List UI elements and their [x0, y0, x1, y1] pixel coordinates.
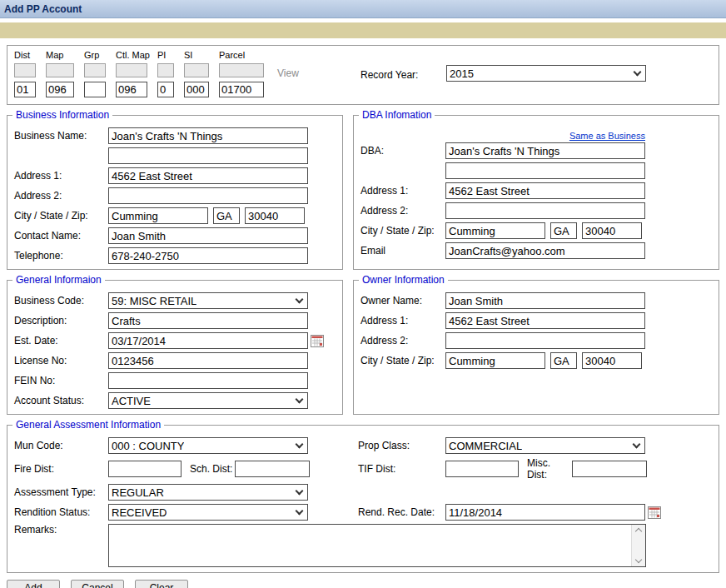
record-year-label: Record Year: — [361, 69, 418, 81]
owner-name-input[interactable] — [445, 292, 645, 309]
si-label: SI — [184, 50, 209, 61]
dist-input[interactable] — [14, 82, 36, 97]
dba-state-input[interactable] — [550, 222, 577, 239]
owner-address1-label: Address 1: — [361, 315, 445, 326]
ctl-map-input[interactable] — [116, 82, 147, 97]
grp-input[interactable] — [84, 82, 106, 97]
rend-rec-date-input[interactable] — [445, 504, 645, 521]
scroll-up-icon[interactable] — [635, 528, 642, 535]
tif-dist-label: TIF Dist: — [358, 463, 445, 475]
fein-no-input[interactable] — [108, 372, 308, 389]
owner-address1-input[interactable] — [445, 312, 645, 329]
calendar-icon[interactable] — [648, 506, 661, 519]
business-name-input[interactable] — [108, 127, 308, 144]
description-label: Description: — [14, 315, 108, 326]
remarks-scrollbar[interactable] — [631, 525, 645, 566]
business-address1-input[interactable] — [108, 167, 308, 184]
parcel-input[interactable] — [219, 82, 264, 97]
parcel-display-field — [219, 63, 264, 77]
owner-address2-input[interactable] — [445, 332, 645, 349]
dba-address2-label: Address 2: — [361, 205, 445, 217]
dba-address1-label: Address 1: — [361, 185, 445, 197]
si-input[interactable] — [184, 82, 209, 97]
business-info-title: Business Information — [12, 109, 112, 121]
general-info-title: General Informaion — [12, 274, 105, 286]
business-state-input[interactable] — [213, 207, 240, 224]
map-input[interactable] — [46, 82, 74, 97]
fire-dist-label: Fire Dist: — [14, 463, 108, 475]
view-link[interactable]: View — [277, 67, 299, 79]
remarks-text[interactable] — [109, 525, 631, 566]
map-label: Map — [46, 50, 74, 61]
business-code-select[interactable]: 59: MISC RETAIL — [108, 292, 308, 309]
dba-zip-input[interactable] — [582, 222, 642, 239]
dba-csz-label: City / State / Zip: — [361, 225, 445, 237]
add-button[interactable]: Add — [7, 580, 60, 588]
parcel-col-dist: Dist — [14, 50, 36, 97]
fein-no-label: FEIN No: — [14, 375, 108, 386]
form-content: Dist Map Grp Ctl. Map PI — [0, 38, 726, 588]
chevron-down-icon — [633, 440, 641, 448]
email-input[interactable] — [445, 242, 645, 259]
dba-input[interactable] — [445, 142, 645, 159]
owner-state-input[interactable] — [550, 352, 577, 369]
mun-code-select[interactable]: 000 : COUNTY — [108, 437, 308, 454]
parcel-col-map: Map — [46, 50, 74, 97]
telephone-input[interactable] — [108, 247, 308, 264]
page-title: Add PP Account — [4, 3, 82, 15]
account-status-select[interactable]: ACTIVE — [108, 392, 308, 409]
dba-address1-input[interactable] — [445, 182, 645, 199]
cancel-button[interactable]: Cancel — [71, 580, 124, 588]
same-as-business-link[interactable]: Same as Business — [569, 131, 645, 141]
rend-rec-date-label: Rend. Rec. Date: — [358, 506, 445, 518]
contact-name-input[interactable] — [108, 227, 308, 244]
rendition-status-select[interactable]: RECEIVED — [108, 504, 308, 521]
rendition-status-label: Rendition Status: — [14, 506, 108, 518]
map-display-field — [46, 63, 74, 77]
assessment-type-select[interactable]: REGULAR — [108, 484, 308, 501]
parcel-columns: Dist Map Grp Ctl. Map PI — [14, 50, 274, 97]
sch-dist-input[interactable] — [235, 461, 310, 477]
business-address2-input[interactable] — [108, 187, 308, 204]
fire-dist-input[interactable] — [108, 461, 182, 477]
business-address2-label: Address 2: — [14, 190, 108, 202]
scroll-down-icon[interactable] — [635, 556, 642, 563]
dba2-input[interactable] — [445, 162, 645, 179]
dba-city-input[interactable] — [445, 222, 545, 239]
misc-dist-input[interactable] — [572, 461, 647, 477]
est-date-input[interactable] — [108, 332, 308, 349]
business-name2-input[interactable] — [108, 147, 308, 164]
email-label: Email — [361, 245, 445, 257]
prop-class-select[interactable]: COMMERCIAL — [445, 437, 645, 454]
chevron-down-icon — [296, 486, 304, 495]
parcel-label: Parcel — [219, 50, 264, 61]
owner-zip-input[interactable] — [582, 352, 642, 369]
dist-display-field — [14, 63, 36, 77]
account-status-label: Account Status: — [14, 395, 108, 406]
license-no-input[interactable] — [108, 352, 308, 369]
business-code-value: 59: MISC RETAIL — [112, 295, 196, 307]
pi-input[interactable] — [157, 82, 174, 97]
si-display-field — [184, 63, 209, 77]
description-input[interactable] — [108, 312, 308, 329]
remarks-textarea[interactable] — [108, 524, 646, 567]
parcel-col-si: SI — [184, 50, 209, 97]
business-zip-input[interactable] — [245, 207, 305, 224]
record-year-select[interactable]: 2015 — [446, 65, 646, 82]
calendar-icon[interactable] — [311, 335, 324, 347]
clear-button[interactable]: Clear — [135, 580, 188, 588]
parcel-col-parcel: Parcel — [219, 50, 264, 97]
parcel-col-pi: PI — [157, 50, 174, 97]
grp-label: Grp — [84, 50, 106, 61]
business-city-input[interactable] — [108, 207, 208, 224]
general-info-section: General Informaion Business Code: 59: MI… — [7, 280, 343, 415]
business-name-label: Business Name: — [14, 130, 108, 142]
prop-class-value: COMMERCIAL — [449, 440, 522, 452]
owner-info-section: Owner Information Owner Name: Address 1:… — [353, 280, 719, 415]
owner-info-title: Owner Information — [359, 274, 448, 286]
tif-dist-input[interactable] — [445, 461, 519, 477]
parcel-col-ctl-map: Ctl. Map — [116, 50, 147, 97]
pi-display-field — [157, 63, 174, 77]
owner-city-input[interactable] — [445, 352, 545, 369]
dba-address2-input[interactable] — [445, 202, 645, 219]
